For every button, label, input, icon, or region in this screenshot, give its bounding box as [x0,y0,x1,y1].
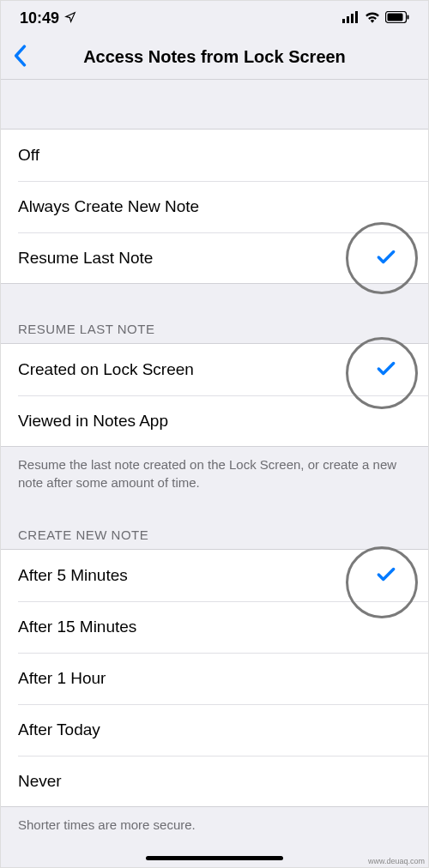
checkmark-icon [375,357,397,383]
checkmark-icon [375,563,397,588]
nav-bar: Access Notes from Lock Screen [1,35,428,80]
cellular-icon [342,9,360,27]
section-footer-resume: Resume the last note created on the Lock… [1,447,428,505]
option-viewed-in-notes-app[interactable]: Viewed in Notes App [1,395,428,447]
option-never[interactable]: Never [1,756,428,807]
option-label: Resume Last Note [18,249,411,268]
svg-rect-1 [347,16,349,23]
option-label: Always Create New Note [18,197,411,216]
section-header-resume: RESUME LAST NOTE [1,284,428,344]
home-indicator[interactable] [146,856,283,860]
option-after-1-hour[interactable]: After 1 Hour [1,653,428,704]
option-label: Viewed in Notes App [18,412,411,431]
svg-rect-6 [408,15,409,19]
status-time: 10:49 [20,9,59,27]
location-icon [64,9,76,27]
status-bar: 10:49 [1,1,428,35]
option-label: Off [18,146,411,165]
option-after-5-minutes[interactable]: After 5 Minutes [1,550,428,601]
checkmark-icon [375,245,397,271]
option-label: After 15 Minutes [18,618,411,636]
option-resume-last-note[interactable]: Resume Last Note [1,232,428,284]
svg-rect-3 [355,11,358,23]
option-off[interactable]: Off [1,130,428,181]
option-label: After 1 Hour [18,669,411,688]
back-button[interactable] [13,45,27,70]
svg-rect-5 [388,13,403,21]
option-always-create-new-note[interactable]: Always Create New Note [1,181,428,232]
option-label: Created on Lock Screen [18,360,411,379]
section-footer-create: Shorter times are more secure. [1,807,428,847]
option-after-15-minutes[interactable]: After 15 Minutes [1,601,428,653]
option-created-on-lock-screen[interactable]: Created on Lock Screen [1,344,428,395]
option-label: After Today [18,720,411,739]
option-label: Never [18,772,411,791]
battery-icon [385,9,409,27]
svg-rect-0 [342,19,345,23]
svg-rect-2 [351,14,353,23]
watermark: www.deuaq.com [368,857,425,865]
option-after-today[interactable]: After Today [1,704,428,756]
section-header-create: CREATE NEW NOTE [1,505,428,550]
page-title: Access Notes from Lock Screen [83,47,346,67]
option-label: After 5 Minutes [18,566,411,585]
wifi-icon [365,9,380,27]
